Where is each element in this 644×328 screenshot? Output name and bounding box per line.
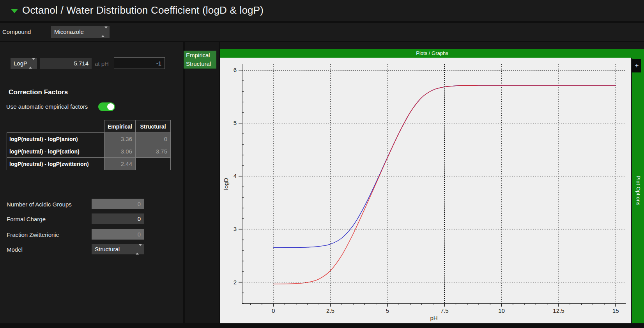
- ph-input[interactable]: [114, 57, 165, 69]
- svg-text:5: 5: [234, 120, 237, 126]
- fraction-zwitterionic-field: 0: [92, 229, 144, 240]
- table-row: logP(neutral) - logP(zwitterion) 2.44: [7, 158, 171, 170]
- svg-text:2: 2: [234, 279, 237, 286]
- zwitterion-structural-cell: [136, 158, 171, 170]
- table-row: logP(neutral) - logP(anion) 3.36 0: [7, 133, 171, 145]
- correction-factors-table: Empirical Structural logP(neutral) - log…: [7, 120, 171, 170]
- svg-text:4: 4: [234, 173, 237, 179]
- model-select[interactable]: Structural: [92, 244, 144, 254]
- svg-text:0: 0: [272, 307, 275, 314]
- left-panel: LogP 5.714 at pH Correction Factors Use …: [0, 42, 183, 323]
- model-select-value: Structural: [95, 246, 120, 252]
- plot-panel-header: Plots / Graphs: [220, 49, 644, 58]
- cation-structural-cell: 3.75: [136, 145, 171, 158]
- formal-charge-field[interactable]: 0: [92, 213, 144, 224]
- compound-label: Compound: [2, 28, 31, 35]
- toggle-knob: [107, 103, 114, 110]
- plot-options-label: Plot Options: [635, 176, 641, 206]
- svg-text:6: 6: [234, 67, 237, 73]
- row-label-cation: logP(neutral) - logP(cation): [7, 145, 104, 158]
- model-label: Model: [7, 246, 23, 253]
- zwitterion-empirical-cell: 2.44: [104, 158, 136, 170]
- auto-empirical-toggle[interactable]: [98, 102, 115, 111]
- fraction-zwitterionic-label: Fraction Zwitterionic: [7, 231, 59, 238]
- spinner-icon: [29, 58, 35, 69]
- spinner-icon: [101, 26, 108, 38]
- panel-divider-column: [185, 42, 219, 323]
- app-window: Octanol / Water Distribution Coefficient…: [0, 0, 644, 328]
- svg-text:pH: pH: [430, 315, 437, 321]
- logp-type-select[interactable]: LogP: [11, 58, 37, 69]
- acidic-groups-field: 0: [92, 199, 144, 209]
- row-label-zwitterion: logP(neutral) - logP(zwitterion): [7, 158, 104, 170]
- svg-text:2.5: 2.5: [326, 307, 334, 314]
- col-header-empirical: Empirical: [104, 120, 136, 133]
- spinner-icon: [136, 244, 142, 254]
- table-row: logP(neutral) - logP(cation) 3.06 3.75: [7, 145, 171, 158]
- series-tabs: Empirical Structural: [184, 51, 216, 69]
- compound-row: Compound Miconazole: [0, 23, 644, 41]
- plot-area: 02.557.51012.51523456pHlogD: [220, 58, 631, 323]
- svg-text:12.5: 12.5: [553, 307, 564, 314]
- tab-empirical[interactable]: Empirical: [184, 51, 216, 60]
- formal-charge-label: Formal Charge: [7, 216, 46, 222]
- svg-text:15: 15: [612, 307, 619, 314]
- logp-type-value: LogP: [14, 60, 27, 67]
- svg-text:logD: logD: [223, 178, 229, 190]
- plot-options-strip[interactable]: Plot Options: [632, 58, 644, 323]
- plot-panel: Plots / Graphs 02.557.51012.51523456pHlo…: [220, 42, 644, 323]
- cation-empirical-cell: 3.06: [104, 145, 136, 158]
- anion-structural-cell: 0: [136, 133, 171, 145]
- auto-empirical-label: Use automatic empirical factors: [6, 103, 88, 110]
- compound-select-value: Miconazole: [54, 28, 84, 35]
- at-ph-label: at pH: [95, 60, 109, 67]
- svg-text:3: 3: [234, 226, 237, 232]
- correction-factors-heading: Correction Factors: [9, 88, 68, 96]
- logp-value-field: 5.714: [40, 58, 92, 69]
- collapse-triangle-icon[interactable]: [11, 9, 18, 13]
- tab-structural[interactable]: Structural: [184, 60, 216, 68]
- logd-chart-svg[interactable]: 02.557.51012.51523456pHlogD: [220, 58, 631, 323]
- row-label-anion: logP(neutral) - logP(anion): [7, 133, 104, 145]
- svg-text:10: 10: [498, 307, 505, 314]
- svg-text:5: 5: [386, 307, 389, 314]
- acidic-groups-label: Number of Acidic Groups: [7, 201, 72, 208]
- anion-empirical-cell: 3.36: [104, 133, 136, 145]
- add-plot-button[interactable]: +: [632, 59, 641, 72]
- svg-text:7.5: 7.5: [441, 307, 449, 314]
- page-title: Octanol / Water Distribution Coefficient…: [22, 4, 264, 16]
- col-header-structural: Structural: [136, 120, 171, 133]
- compound-select[interactable]: Miconazole: [51, 26, 110, 38]
- title-bar: Octanol / Water Distribution Coefficient…: [0, 0, 644, 22]
- table-corner-cell: [7, 120, 104, 133]
